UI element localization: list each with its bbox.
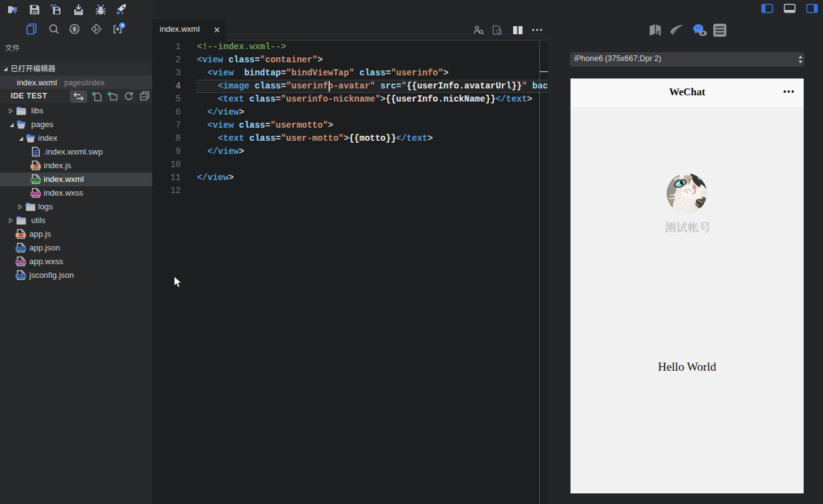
- svg-text:E: E: [657, 30, 660, 36]
- svg-text:WXSS: WXSS: [16, 260, 26, 264]
- svg-text:JSON: JSON: [16, 274, 25, 278]
- svg-text:JS: JS: [34, 164, 38, 168]
- svg-text:WXML: WXML: [31, 178, 41, 182]
- svg-text:JS: JS: [19, 233, 23, 237]
- svg-text:WXSS: WXSS: [31, 192, 41, 196]
- svg-text:JSON: JSON: [16, 247, 25, 250]
- svg-text:9: 9: [121, 22, 123, 28]
